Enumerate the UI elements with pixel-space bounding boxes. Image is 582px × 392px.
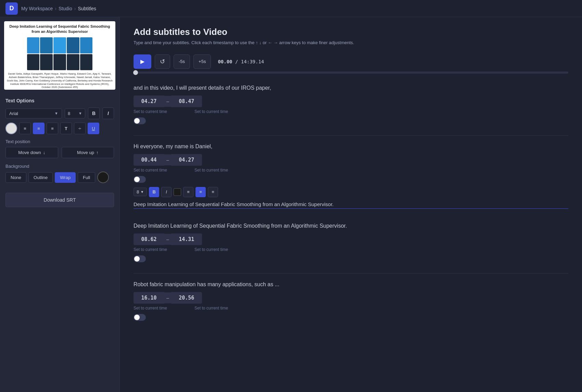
inline-color-swatch[interactable] [174, 188, 181, 196]
start-time-2[interactable]: 00.44 [134, 154, 164, 166]
set-end-3[interactable]: Set to current time [194, 247, 228, 252]
inline-chevron-icon: ▼ [140, 190, 144, 194]
subtitle-toggle-3[interactable] [134, 255, 146, 262]
thumb-8 [53, 54, 66, 70]
move-up-button[interactable]: Move up ↑ [62, 147, 114, 158]
breadcrumb-studio[interactable]: Studio [59, 6, 72, 11]
toggle-thumb-3 [134, 256, 140, 262]
breadcrumb-workspace[interactable]: My Workspace [21, 6, 53, 11]
align-left-button[interactable]: ≡ [19, 123, 31, 134]
thumb-1 [27, 37, 40, 53]
italic-button[interactable]: I [102, 108, 114, 119]
align-center-button[interactable]: ≡ [33, 123, 45, 134]
bold-button[interactable]: B [88, 108, 100, 119]
replay-button[interactable]: ↺ [155, 54, 170, 69]
text-color-button[interactable] [5, 123, 17, 134]
inline-align-left[interactable]: ≡ [183, 187, 193, 197]
set-start-2[interactable]: Set to current time [134, 168, 167, 173]
start-time-4[interactable]: 16.10 [134, 292, 164, 304]
thumb-4 [67, 37, 79, 53]
toggle-thumb-2 [134, 177, 140, 182]
subtitle-toggle-2[interactable] [134, 176, 146, 183]
set-end-1[interactable]: Set to current time [194, 109, 228, 114]
subtitle-text-2: Hi everyone, my name is Daniel, [134, 142, 568, 151]
inline-toolbar: 8 ▼ B I ≡ ≡ ≡ [134, 187, 568, 197]
subtitle-entry-4: Robot fabric manipulation has many appli… [134, 280, 568, 322]
topbar: D My Workspace › Studio › Subtitles [0, 0, 582, 17]
bg-color-swatch[interactable] [97, 172, 109, 183]
subtitle-entry-1: and in this video, I will present detail… [134, 84, 568, 126]
set-end-4[interactable]: Set to current time [194, 306, 228, 311]
align-row: ≡ ≡ ≡ T ÷ U [5, 123, 114, 134]
inline-italic-button[interactable]: I [161, 187, 172, 197]
progress-thumb [133, 70, 138, 75]
replay-icon: ↺ [160, 58, 165, 65]
background-row: None Outline Wrap Full [5, 172, 114, 183]
font-selector[interactable]: Arial ▼ [5, 109, 62, 118]
text-options-title: Text Options [5, 98, 114, 103]
set-end-2[interactable]: Set to current time [194, 168, 228, 173]
set-time-row-2: Set to current time Set to current time [134, 168, 568, 173]
thumb-2 [40, 37, 53, 53]
start-time-1[interactable]: 04.27 [134, 96, 164, 107]
set-start-3[interactable]: Set to current time [134, 247, 167, 252]
text-underline-button[interactable]: U [88, 123, 99, 134]
move-down-label: Move down [18, 150, 41, 155]
thumb-7 [40, 54, 53, 70]
toggle-thumb-1 [134, 118, 140, 124]
end-time-1[interactable]: 08.47 [171, 96, 202, 107]
end-time-4[interactable]: 20.56 [171, 292, 202, 304]
plus5-button[interactable]: +5s [193, 54, 211, 69]
bg-wrap-button[interactable]: Wrap [55, 172, 76, 183]
inline-align-center[interactable]: ≡ [195, 187, 206, 197]
align-right-icon: ≡ [51, 126, 54, 131]
thumb-3 [53, 37, 66, 53]
end-time-3[interactable]: 14.31 [171, 233, 202, 245]
set-time-row-1: Set to current time Set to current time [134, 109, 568, 114]
progress-bar[interactable] [134, 72, 568, 74]
move-down-button[interactable]: Move down ↓ [5, 147, 58, 158]
end-time-2[interactable]: 04.27 [171, 154, 202, 166]
inline-align-right[interactable]: ≡ [208, 187, 218, 197]
video-caption: Daniel Seita, Aditya Ganapathi, Ryan Hoq… [4, 72, 115, 90]
time-row-3: 08.62 – 14.31 [134, 233, 568, 245]
video-preview-thumbnails [26, 36, 94, 72]
set-time-row-3: Set to current time Set to current time [134, 247, 568, 252]
time-row-4: 16.10 – 20.56 [134, 292, 568, 304]
bg-full-button[interactable]: Full [78, 172, 95, 183]
download-srt-button[interactable]: Download SRT [5, 193, 114, 207]
set-start-4[interactable]: Set to current time [134, 306, 167, 311]
font-size-selector[interactable]: 8 ▼ [65, 109, 85, 118]
video-controls: ▶ ↺ -5s +5s 00.00 / 14:39.14 [134, 54, 568, 69]
subtitle-toggle-1[interactable] [134, 117, 146, 124]
align-right-button[interactable]: ≡ [47, 123, 58, 134]
text-style-t-button[interactable]: T [60, 123, 72, 134]
toggle-row-4 [134, 314, 568, 322]
move-up-label: Move up [77, 150, 94, 155]
time-dash-3: – [164, 234, 171, 245]
toggle-row-2 [134, 176, 568, 184]
minus5-button[interactable]: -5s [174, 54, 190, 69]
play-button[interactable]: ▶ [134, 54, 151, 69]
time-row-1: 04.27 – 08.47 [134, 96, 568, 107]
play-icon: ▶ [140, 58, 144, 65]
underline-icon: U [92, 126, 95, 131]
toggle-thumb-4 [134, 315, 140, 320]
text-strikethrough-button[interactable]: ÷ [74, 123, 86, 134]
time-dash-2: – [164, 154, 171, 165]
page-description: Type and time your subtitles. Click each… [134, 39, 568, 46]
set-start-1[interactable]: Set to current time [134, 109, 167, 114]
thumb-9 [67, 54, 79, 70]
start-time-3[interactable]: 08.62 [134, 233, 164, 245]
inline-bold-button[interactable]: B [149, 187, 159, 197]
time-separator: / [235, 59, 241, 64]
toggle-row-1 [134, 117, 568, 126]
bg-none-button[interactable]: None [5, 172, 26, 183]
bg-outline-button[interactable]: Outline [28, 172, 53, 183]
subtitle-input-active[interactable] [134, 200, 568, 209]
subtitle-toggle-4[interactable] [134, 314, 146, 321]
text-position-label: Text position [5, 139, 114, 144]
inline-size-selector[interactable]: 8 ▼ [134, 188, 147, 196]
align-center-icon: ≡ [37, 126, 40, 131]
breadcrumb-current: Subtitles [78, 6, 96, 11]
